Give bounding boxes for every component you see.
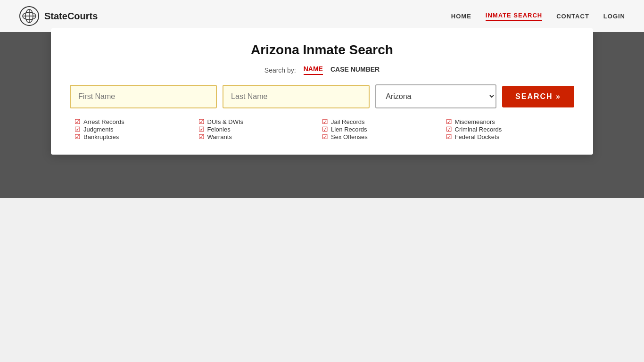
check-icon-7: ☑ <box>322 118 328 125</box>
tab-case-number[interactable]: CASE NUMBER <box>330 66 380 74</box>
search-button[interactable]: SEARCH » <box>502 86 574 107</box>
search-inputs: Arizona SEARCH » <box>70 84 574 108</box>
search-by-row: Search by: NAME CASE NUMBER <box>70 65 574 75</box>
search-card-title: Arizona Inmate Search <box>70 42 574 58</box>
check-icon-10: ☑ <box>446 118 452 125</box>
checkbox-warrants: ☑ Warrants <box>198 133 322 140</box>
checkbox-col-3: ☑ Jail Records ☑ Lien Records ☑ Sex Offe… <box>322 118 446 140</box>
navbar: StateCourts HOME INMATE SEARCH CONTACT L… <box>0 0 644 32</box>
checkbox-label-felonies: Felonies <box>207 126 231 133</box>
checkbox-judgments: ☑ Judgments <box>74 125 198 133</box>
first-name-input[interactable] <box>70 85 217 108</box>
checkboxes-grid: ☑ Arrest Records ☑ Judgments ☑ Bankruptc… <box>70 118 574 140</box>
checkbox-label-criminal: Criminal Records <box>455 126 502 133</box>
check-icon-6: ☑ <box>198 133 205 140</box>
checkbox-felonies: ☑ Felonies <box>198 125 322 133</box>
search-card: Arizona Inmate Search Search by: NAME CA… <box>51 28 593 155</box>
logo-text: StateCourts <box>44 11 98 22</box>
checkbox-col-1: ☑ Arrest Records ☑ Judgments ☑ Bankruptc… <box>74 118 198 140</box>
tab-name[interactable]: NAME <box>304 65 323 75</box>
check-icon-4: ☑ <box>198 118 205 125</box>
search-by-label: Search by: <box>264 66 296 74</box>
check-icon-2: ☑ <box>74 125 81 133</box>
checkbox-label-arrest: Arrest Records <box>83 118 124 125</box>
checkbox-label-bankruptcies: Bankruptcies <box>83 133 119 140</box>
nav-contact[interactable]: CONTACT <box>556 13 589 20</box>
state-select[interactable]: Arizona <box>375 84 496 108</box>
nav-inmate-search[interactable]: INMATE SEARCH <box>486 12 542 21</box>
checkbox-jail-records: ☑ Jail Records <box>322 118 446 125</box>
check-icon-11: ☑ <box>446 125 452 133</box>
nav-login[interactable]: LOGIN <box>603 13 625 20</box>
checkbox-arrest-records: ☑ Arrest Records <box>74 118 198 125</box>
checkbox-label-sex: Sex Offenses <box>331 133 368 140</box>
check-icon-9: ☑ <box>322 133 328 140</box>
check-icon-3: ☑ <box>74 133 81 140</box>
checkbox-label-jail: Jail Records <box>331 118 365 125</box>
hero-section: COURTHOUSE StateCourts HOME INMATE SEARC… <box>0 0 644 198</box>
checkbox-misdemeanors: ☑ Misdemeanors <box>446 118 570 125</box>
checkbox-bankruptcies: ☑ Bankruptcies <box>74 133 198 140</box>
checkbox-label-duis: DUIs & DWIs <box>207 118 244 125</box>
nav-home[interactable]: HOME <box>451 13 471 20</box>
logo-area[interactable]: StateCourts <box>19 6 98 26</box>
check-icon-8: ☑ <box>322 125 328 133</box>
checkbox-federal-dockets: ☑ Federal Dockets <box>446 133 570 140</box>
checkbox-col-2: ☑ DUIs & DWIs ☑ Felonies ☑ Warrants <box>198 118 322 140</box>
checkbox-label-judgments: Judgments <box>83 126 114 133</box>
last-name-input[interactable] <box>223 85 370 108</box>
checkbox-duis: ☑ DUIs & DWIs <box>198 118 322 125</box>
check-icon-1: ☑ <box>74 118 81 125</box>
checkbox-criminal-records: ☑ Criminal Records <box>446 125 570 133</box>
check-icon-5: ☑ <box>198 125 205 133</box>
checkbox-label-federal: Federal Dockets <box>455 133 500 140</box>
nav-links: HOME INMATE SEARCH CONTACT LOGIN <box>451 12 625 21</box>
checkbox-sex-offenses: ☑ Sex Offenses <box>322 133 446 140</box>
check-icon-12: ☑ <box>446 133 452 140</box>
checkbox-label-misdemeanors: Misdemeanors <box>455 118 495 125</box>
checkbox-col-4: ☑ Misdemeanors ☑ Criminal Records ☑ Fede… <box>446 118 570 140</box>
checkbox-label-warrants: Warrants <box>207 133 232 140</box>
checkbox-lien-records: ☑ Lien Records <box>322 125 446 133</box>
checkbox-label-lien: Lien Records <box>331 126 367 133</box>
logo-icon <box>19 6 40 26</box>
